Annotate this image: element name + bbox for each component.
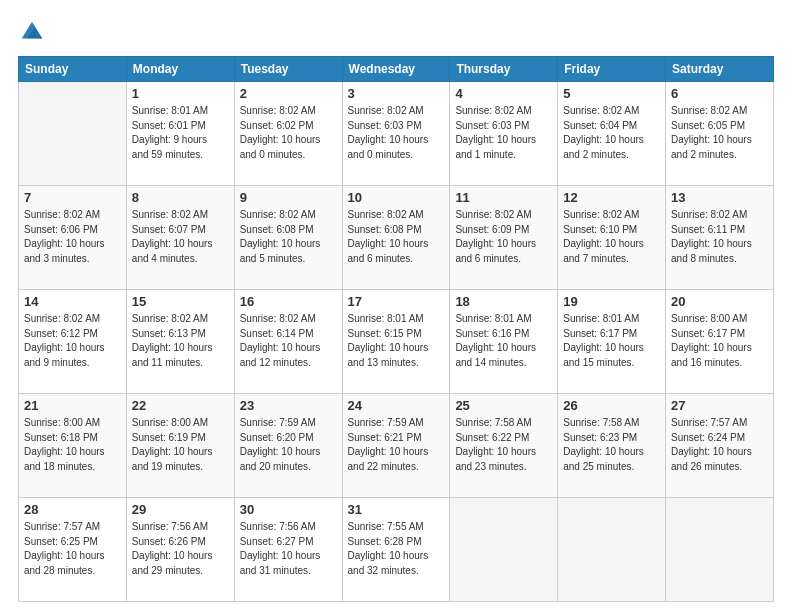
day-info: Sunrise: 8:01 AM Sunset: 6:16 PM Dayligh… — [455, 312, 552, 370]
day-number: 19 — [563, 294, 660, 309]
calendar-cell — [450, 498, 558, 602]
day-info: Sunrise: 8:02 AM Sunset: 6:10 PM Dayligh… — [563, 208, 660, 266]
day-info: Sunrise: 8:02 AM Sunset: 6:13 PM Dayligh… — [132, 312, 229, 370]
page: SundayMondayTuesdayWednesdayThursdayFrid… — [0, 0, 792, 612]
calendar-cell: 1Sunrise: 8:01 AM Sunset: 6:01 PM Daylig… — [126, 82, 234, 186]
day-info: Sunrise: 8:02 AM Sunset: 6:08 PM Dayligh… — [348, 208, 445, 266]
day-number: 22 — [132, 398, 229, 413]
day-info: Sunrise: 7:57 AM Sunset: 6:24 PM Dayligh… — [671, 416, 768, 474]
calendar-cell: 24Sunrise: 7:59 AM Sunset: 6:21 PM Dayli… — [342, 394, 450, 498]
calendar-cell: 14Sunrise: 8:02 AM Sunset: 6:12 PM Dayli… — [19, 290, 127, 394]
day-number: 31 — [348, 502, 445, 517]
day-info: Sunrise: 7:58 AM Sunset: 6:22 PM Dayligh… — [455, 416, 552, 474]
calendar-cell: 6Sunrise: 8:02 AM Sunset: 6:05 PM Daylig… — [666, 82, 774, 186]
week-row-1: 7Sunrise: 8:02 AM Sunset: 6:06 PM Daylig… — [19, 186, 774, 290]
calendar-body: 1Sunrise: 8:01 AM Sunset: 6:01 PM Daylig… — [19, 82, 774, 602]
calendar-cell: 9Sunrise: 8:02 AM Sunset: 6:08 PM Daylig… — [234, 186, 342, 290]
logo — [18, 18, 50, 46]
calendar-cell: 26Sunrise: 7:58 AM Sunset: 6:23 PM Dayli… — [558, 394, 666, 498]
day-number: 3 — [348, 86, 445, 101]
day-info: Sunrise: 8:00 AM Sunset: 6:19 PM Dayligh… — [132, 416, 229, 474]
day-header-tuesday: Tuesday — [234, 57, 342, 82]
day-header-row: SundayMondayTuesdayWednesdayThursdayFrid… — [19, 57, 774, 82]
calendar-cell: 29Sunrise: 7:56 AM Sunset: 6:26 PM Dayli… — [126, 498, 234, 602]
day-info: Sunrise: 7:58 AM Sunset: 6:23 PM Dayligh… — [563, 416, 660, 474]
calendar-cell: 10Sunrise: 8:02 AM Sunset: 6:08 PM Dayli… — [342, 186, 450, 290]
calendar-cell: 27Sunrise: 7:57 AM Sunset: 6:24 PM Dayli… — [666, 394, 774, 498]
day-header-sunday: Sunday — [19, 57, 127, 82]
calendar-table: SundayMondayTuesdayWednesdayThursdayFrid… — [18, 56, 774, 602]
week-row-4: 28Sunrise: 7:57 AM Sunset: 6:25 PM Dayli… — [19, 498, 774, 602]
calendar-cell: 7Sunrise: 8:02 AM Sunset: 6:06 PM Daylig… — [19, 186, 127, 290]
day-number: 11 — [455, 190, 552, 205]
calendar-cell: 31Sunrise: 7:55 AM Sunset: 6:28 PM Dayli… — [342, 498, 450, 602]
day-number: 17 — [348, 294, 445, 309]
calendar-cell: 13Sunrise: 8:02 AM Sunset: 6:11 PM Dayli… — [666, 186, 774, 290]
calendar-cell — [666, 498, 774, 602]
calendar-cell: 4Sunrise: 8:02 AM Sunset: 6:03 PM Daylig… — [450, 82, 558, 186]
day-number: 7 — [24, 190, 121, 205]
calendar-cell: 12Sunrise: 8:02 AM Sunset: 6:10 PM Dayli… — [558, 186, 666, 290]
day-info: Sunrise: 8:01 AM Sunset: 6:01 PM Dayligh… — [132, 104, 229, 162]
calendar-cell: 11Sunrise: 8:02 AM Sunset: 6:09 PM Dayli… — [450, 186, 558, 290]
day-number: 30 — [240, 502, 337, 517]
day-info: Sunrise: 8:02 AM Sunset: 6:06 PM Dayligh… — [24, 208, 121, 266]
day-number: 16 — [240, 294, 337, 309]
calendar-cell: 30Sunrise: 7:56 AM Sunset: 6:27 PM Dayli… — [234, 498, 342, 602]
calendar-cell: 28Sunrise: 7:57 AM Sunset: 6:25 PM Dayli… — [19, 498, 127, 602]
day-info: Sunrise: 8:02 AM Sunset: 6:03 PM Dayligh… — [455, 104, 552, 162]
calendar-cell: 22Sunrise: 8:00 AM Sunset: 6:19 PM Dayli… — [126, 394, 234, 498]
day-number: 10 — [348, 190, 445, 205]
day-number: 12 — [563, 190, 660, 205]
day-number: 4 — [455, 86, 552, 101]
calendar-cell — [558, 498, 666, 602]
day-number: 5 — [563, 86, 660, 101]
day-number: 6 — [671, 86, 768, 101]
day-number: 8 — [132, 190, 229, 205]
week-row-2: 14Sunrise: 8:02 AM Sunset: 6:12 PM Dayli… — [19, 290, 774, 394]
day-number: 21 — [24, 398, 121, 413]
day-number: 24 — [348, 398, 445, 413]
day-info: Sunrise: 8:02 AM Sunset: 6:04 PM Dayligh… — [563, 104, 660, 162]
calendar-cell — [19, 82, 127, 186]
day-info: Sunrise: 8:01 AM Sunset: 6:17 PM Dayligh… — [563, 312, 660, 370]
day-info: Sunrise: 8:02 AM Sunset: 6:03 PM Dayligh… — [348, 104, 445, 162]
day-info: Sunrise: 8:00 AM Sunset: 6:17 PM Dayligh… — [671, 312, 768, 370]
calendar-cell: 16Sunrise: 8:02 AM Sunset: 6:14 PM Dayli… — [234, 290, 342, 394]
day-info: Sunrise: 7:57 AM Sunset: 6:25 PM Dayligh… — [24, 520, 121, 578]
day-info: Sunrise: 8:00 AM Sunset: 6:18 PM Dayligh… — [24, 416, 121, 474]
day-info: Sunrise: 8:01 AM Sunset: 6:15 PM Dayligh… — [348, 312, 445, 370]
calendar-cell: 23Sunrise: 7:59 AM Sunset: 6:20 PM Dayli… — [234, 394, 342, 498]
day-info: Sunrise: 7:55 AM Sunset: 6:28 PM Dayligh… — [348, 520, 445, 578]
day-header-monday: Monday — [126, 57, 234, 82]
calendar-cell: 8Sunrise: 8:02 AM Sunset: 6:07 PM Daylig… — [126, 186, 234, 290]
day-header-thursday: Thursday — [450, 57, 558, 82]
calendar-cell: 20Sunrise: 8:00 AM Sunset: 6:17 PM Dayli… — [666, 290, 774, 394]
day-number: 27 — [671, 398, 768, 413]
day-header-saturday: Saturday — [666, 57, 774, 82]
day-number: 13 — [671, 190, 768, 205]
day-info: Sunrise: 8:02 AM Sunset: 6:14 PM Dayligh… — [240, 312, 337, 370]
day-number: 23 — [240, 398, 337, 413]
day-info: Sunrise: 7:56 AM Sunset: 6:27 PM Dayligh… — [240, 520, 337, 578]
calendar-cell: 19Sunrise: 8:01 AM Sunset: 6:17 PM Dayli… — [558, 290, 666, 394]
calendar-cell: 15Sunrise: 8:02 AM Sunset: 6:13 PM Dayli… — [126, 290, 234, 394]
day-info: Sunrise: 8:02 AM Sunset: 6:12 PM Dayligh… — [24, 312, 121, 370]
day-header-friday: Friday — [558, 57, 666, 82]
day-info: Sunrise: 8:02 AM Sunset: 6:07 PM Dayligh… — [132, 208, 229, 266]
calendar-cell: 2Sunrise: 8:02 AM Sunset: 6:02 PM Daylig… — [234, 82, 342, 186]
calendar-header: SundayMondayTuesdayWednesdayThursdayFrid… — [19, 57, 774, 82]
day-info: Sunrise: 8:02 AM Sunset: 6:02 PM Dayligh… — [240, 104, 337, 162]
day-number: 14 — [24, 294, 121, 309]
day-header-wednesday: Wednesday — [342, 57, 450, 82]
day-info: Sunrise: 8:02 AM Sunset: 6:09 PM Dayligh… — [455, 208, 552, 266]
day-number: 25 — [455, 398, 552, 413]
calendar-cell: 21Sunrise: 8:00 AM Sunset: 6:18 PM Dayli… — [19, 394, 127, 498]
day-info: Sunrise: 8:02 AM Sunset: 6:11 PM Dayligh… — [671, 208, 768, 266]
calendar-cell: 25Sunrise: 7:58 AM Sunset: 6:22 PM Dayli… — [450, 394, 558, 498]
week-row-0: 1Sunrise: 8:01 AM Sunset: 6:01 PM Daylig… — [19, 82, 774, 186]
day-info: Sunrise: 7:59 AM Sunset: 6:20 PM Dayligh… — [240, 416, 337, 474]
day-info: Sunrise: 7:56 AM Sunset: 6:26 PM Dayligh… — [132, 520, 229, 578]
day-number: 1 — [132, 86, 229, 101]
day-number: 20 — [671, 294, 768, 309]
